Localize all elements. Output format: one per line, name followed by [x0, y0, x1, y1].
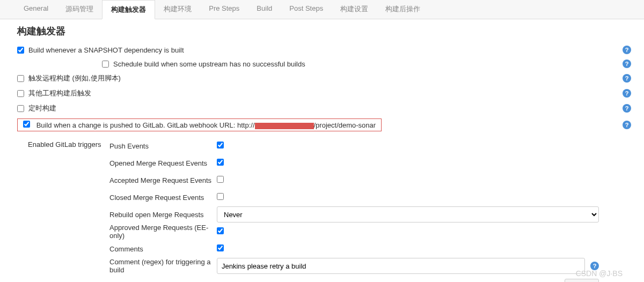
trigger-rebuild-mr: Rebuild open Merge Requests Never [109, 206, 631, 223]
config-tabs: General 源码管理 构建触发器 构建环境 Pre Steps Build … [0, 0, 644, 19]
input-comment-regex[interactable] [217, 258, 585, 274]
help-icon[interactable]: ? [623, 46, 631, 54]
tab-post-build[interactable]: 构建后操作 [377, 0, 429, 19]
section-title: 构建触发器 [17, 25, 631, 38]
checkbox-snapshot[interactable] [17, 47, 24, 54]
checkbox-comments[interactable] [217, 244, 224, 251]
trigger-rebuild-mr-label: Rebuild open Merge Requests [109, 211, 217, 219]
enabled-triggers-label: Enabled GitLab triggers [28, 137, 109, 282]
trigger-closed-mr-label: Closed Merge Request Events [109, 194, 217, 202]
checkbox-timer[interactable] [17, 105, 24, 112]
enabled-triggers-section: Enabled GitLab triggers Push Events Open… [17, 137, 631, 282]
label-after: 其他工程构建后触发 [28, 88, 623, 98]
help-icon[interactable]: ? [590, 262, 599, 270]
trigger-comment-regex: Comment (regex) for triggering a build ? [109, 257, 631, 274]
checkbox-remote[interactable] [17, 75, 24, 82]
label-gitlab-suffix: /project/demo-sonar [314, 121, 376, 129]
tab-post-steps[interactable]: Post Steps [281, 0, 332, 19]
help-icon[interactable]: ? [623, 104, 631, 113]
trigger-accepted-mr-label: Accepted Merge Request Events [109, 176, 217, 184]
trigger-approved-mr: Approved Merge Requests (EE-only) [109, 223, 631, 240]
tab-scm[interactable]: 源码管理 [57, 0, 102, 19]
label-snapshot: Build whenever a SNAPSHOT dependency is … [28, 46, 623, 54]
tab-build[interactable]: Build [248, 0, 281, 19]
checkbox-gitlab[interactable] [23, 121, 30, 128]
trigger-comments-label: Comments [109, 245, 217, 253]
trigger-accepted-mr: Accepted Merge Request Events [109, 172, 631, 189]
help-icon[interactable]: ? [623, 60, 631, 68]
gitlab-highlight: Build when a change is pushed to GitLab.… [17, 118, 382, 131]
select-rebuild-mr[interactable]: Never [217, 206, 599, 222]
row-schedule-upstream: Schedule build when some upstream has no… [17, 57, 631, 71]
help-icon[interactable]: ? [623, 74, 631, 83]
checkbox-schedule-upstream[interactable] [102, 61, 109, 68]
trigger-closed-mr: Closed Merge Request Events [109, 189, 631, 206]
tab-pre-steps[interactable]: Pre Steps [200, 0, 248, 19]
advanced-row: 高级... [109, 279, 631, 282]
label-timer: 定时构建 [28, 103, 623, 113]
trigger-push: Push Events [109, 137, 631, 154]
label-schedule-upstream: Schedule build when some upstream has no… [113, 60, 623, 68]
label-gitlab-prefix: Build when a change is pushed to GitLab.… [36, 121, 255, 129]
tab-build-env[interactable]: 构建环境 [155, 0, 200, 19]
help-icon[interactable]: ? [623, 89, 631, 98]
tab-build-settings[interactable]: 构建设置 [332, 0, 377, 19]
label-remote: 触发远程构建 (例如,使用脚本) [28, 73, 623, 83]
row-timer: 定时构建 ? [17, 101, 631, 116]
trigger-opened-mr-label: Opened Merge Request Events [109, 159, 217, 167]
tab-triggers[interactable]: 构建触发器 [102, 0, 155, 19]
row-snapshot: Build whenever a SNAPSHOT dependency is … [17, 43, 631, 57]
trigger-push-label: Push Events [109, 142, 217, 150]
help-icon[interactable]: ? [623, 121, 631, 129]
trigger-comment-regex-label: Comment (regex) for triggering a build [109, 258, 217, 274]
checkbox-push[interactable] [217, 142, 224, 149]
row-remote: 触发远程构建 (例如,使用脚本) ? [17, 71, 631, 86]
tab-general[interactable]: General [15, 0, 57, 19]
trigger-comments: Comments [109, 240, 631, 257]
checkbox-opened-mr[interactable] [217, 159, 224, 166]
row-after: 其他工程构建后触发 ? [17, 86, 631, 101]
trigger-opened-mr: Opened Merge Request Events [109, 154, 631, 172]
checkbox-accepted-mr[interactable] [217, 176, 224, 183]
checkbox-after[interactable] [17, 90, 24, 97]
checkbox-approved-mr[interactable] [217, 227, 224, 234]
trigger-approved-mr-label: Approved Merge Requests (EE-only) [109, 224, 217, 240]
checkbox-closed-mr[interactable] [217, 193, 224, 200]
row-gitlab: Build when a change is pushed to GitLab.… [17, 116, 631, 134]
advanced-button[interactable]: 高级... [565, 279, 599, 282]
redacted-url [255, 123, 314, 129]
